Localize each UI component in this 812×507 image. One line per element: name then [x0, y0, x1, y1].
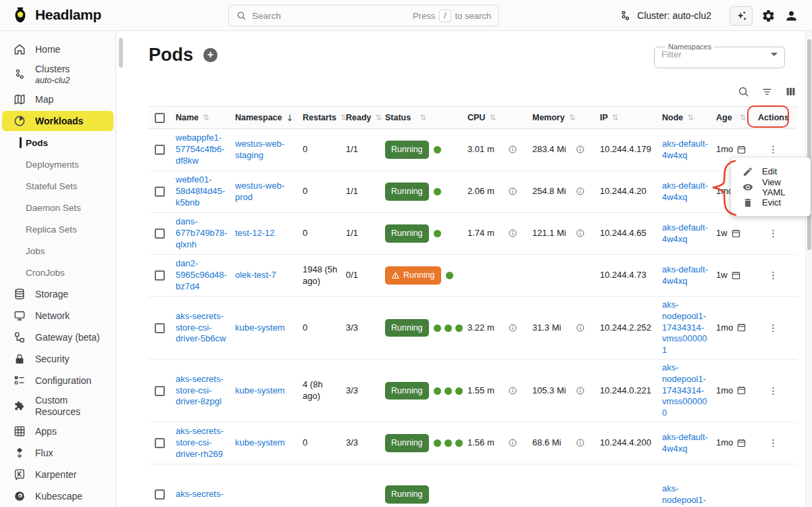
sidebar-item-custom-resources[interactable]: Custom Resources — [0, 392, 116, 419]
info-icon[interactable] — [576, 187, 585, 196]
namespace-link[interactable]: westus-web-prod — [235, 180, 296, 203]
sidebar-item-karpenter[interactable]: Karpenter — [0, 464, 116, 485]
namespaces-filter-select[interactable]: Namespaces Filter — [654, 43, 785, 68]
sidebar-item-cronjobs[interactable]: CronJobs — [0, 262, 116, 283]
column-header-age[interactable]: Age⇅ — [716, 113, 755, 122]
menu-item-view-yaml[interactable]: View YAML — [731, 179, 811, 195]
info-icon[interactable] — [576, 386, 585, 395]
column-header-ready[interactable]: Ready⇅ — [346, 113, 385, 122]
column-header-ip[interactable]: IP⇅ — [600, 113, 662, 122]
page-scrollbar-thumb[interactable] — [807, 39, 811, 250]
sidebar-item-deployments[interactable]: Deployments — [0, 154, 116, 174]
pod-name-link[interactable]: aks-secrets-store-csi-driver-8zpgl — [176, 374, 228, 408]
app-logo[interactable]: Headlamp — [11, 5, 101, 24]
sidebar-scrollbar-thumb[interactable] — [119, 38, 123, 68]
column-header-namespace[interactable]: Namespace↓ — [235, 113, 303, 123]
user-account-icon[interactable] — [784, 9, 798, 23]
sidebar-item-kubescape[interactable]: Kubescape — [0, 486, 116, 506]
namespace-link[interactable]: olek-test-7 — [235, 270, 296, 281]
column-header-memory[interactable]: Memory⇅ — [532, 113, 600, 122]
row-checkbox[interactable] — [155, 386, 165, 396]
column-header-cpu[interactable]: CPU⇅ — [467, 113, 532, 122]
sidebar-item-flux[interactable]: Flux — [0, 443, 116, 463]
cluster-chooser-button[interactable]: Cluster: auto-clu2 — [619, 9, 711, 22]
namespace-link[interactable]: kube-system — [235, 437, 296, 449]
row-checkbox[interactable] — [155, 145, 165, 155]
row-actions-menu-button[interactable] — [765, 268, 781, 284]
row-checkbox[interactable] — [155, 323, 165, 333]
pod-name-link[interactable]: dan2-5965c96d48-bz7d4 — [176, 258, 228, 293]
sidebar-item-security[interactable]: Security — [0, 349, 116, 369]
column-header-name[interactable]: Name⇅ — [176, 113, 235, 122]
sidebar-item-apps[interactable]: Apps — [0, 421, 116, 441]
row-actions-menu-button[interactable] — [765, 383, 781, 399]
table-search-icon[interactable] — [737, 85, 750, 98]
column-header-restarts[interactable]: Restarts⇅ — [303, 113, 346, 122]
sidebar-item-replica-sets[interactable]: Replica Sets — [0, 219, 116, 239]
sidebar-item-map[interactable]: Map — [0, 89, 116, 110]
namespace-link[interactable]: kube-system — [235, 385, 296, 397]
table-filter-icon[interactable] — [761, 85, 773, 98]
node-link[interactable]: aks-nodepool1-17434314-vmss000000 — [662, 362, 709, 419]
table-columns-icon[interactable] — [784, 85, 797, 98]
column-header-status[interactable]: Status⇅ — [385, 113, 467, 122]
table-row: webappfe1-57754c4fb6-df8kwwestus-web-sta… — [149, 129, 797, 171]
ai-assistant-button[interactable] — [730, 6, 753, 26]
pod-name-link[interactable]: dans-677b749b78-qlxnh — [176, 216, 228, 251]
calendar-icon — [731, 228, 741, 239]
sidebar-item-workloads[interactable]: Workloads — [2, 111, 113, 131]
settings-gear-icon[interactable] — [761, 9, 776, 23]
sidebar-item-pods[interactable]: Pods — [0, 132, 116, 153]
row-checkbox-cell — [149, 386, 176, 396]
pod-name-link[interactable]: aks-secrets-store-csi-driver-5b6cw — [176, 311, 228, 345]
sidebar-item-home[interactable]: Home — [0, 39, 116, 59]
row-checkbox[interactable] — [155, 187, 165, 197]
create-pod-button[interactable]: + — [203, 48, 218, 62]
row-checkbox[interactable] — [155, 270, 165, 281]
info-icon[interactable] — [508, 386, 517, 395]
node-link[interactable]: aks-default-4w4xq — [662, 180, 709, 203]
pod-name-link[interactable]: webappfe1-57754c4fb6-df8kw — [176, 132, 228, 167]
namespace-link[interactable]: test-12-12 — [235, 228, 296, 239]
node-link[interactable]: aks-nodepool1-17434314-vmss000001 — [662, 299, 709, 356]
sidebar-item-label: Pods — [26, 138, 48, 149]
page-scrollbar[interactable] — [805, 31, 812, 507]
row-checkbox[interactable] — [155, 228, 165, 239]
pod-name-link[interactable]: aks-secrets- — [176, 489, 228, 500]
sidebar-item-network[interactable]: Network — [0, 306, 116, 326]
sidebar-item-gateway[interactable]: Gateway (beta) — [0, 327, 116, 347]
info-icon[interactable] — [508, 187, 517, 196]
info-icon[interactable] — [576, 323, 585, 333]
info-icon[interactable] — [508, 438, 517, 448]
select-all-checkbox[interactable] — [155, 113, 165, 123]
column-header-node[interactable]: Node⇅ — [662, 113, 716, 122]
pod-name-link[interactable]: aks-secrets-store-csi-driver-rh269 — [176, 426, 228, 460]
sidebar-item-clusters[interactable]: Clustersauto-clu2 — [0, 61, 116, 88]
row-actions-menu-button[interactable] — [765, 320, 781, 336]
sidebar-item-configuration[interactable]: Configuration — [0, 370, 116, 391]
node-link[interactable]: aks-nodepool1- — [662, 483, 709, 506]
global-search-input[interactable]: Search Press / to search — [228, 5, 499, 26]
row-checkbox[interactable] — [155, 438, 165, 448]
node-link[interactable]: aks-default-4w4xq — [662, 264, 709, 287]
row-actions-menu-button[interactable] — [765, 142, 781, 158]
info-icon[interactable] — [576, 438, 585, 448]
info-icon[interactable] — [576, 145, 585, 154]
row-checkbox[interactable] — [155, 489, 165, 500]
node-link[interactable]: aks-default-4w4xq — [662, 139, 709, 162]
info-icon[interactable] — [508, 145, 517, 154]
node-link[interactable]: aks-default-4w4xq — [662, 432, 709, 455]
pod-name-link[interactable]: webfe01-58d48f4d45-k5bnb — [176, 174, 228, 209]
sidebar-item-daemon-sets[interactable]: Daemon Sets — [0, 197, 116, 218]
sidebar-item-stateful-sets[interactable]: Stateful Sets — [0, 176, 116, 196]
row-actions-menu-button[interactable] — [765, 435, 781, 452]
node-link[interactable]: aks-default-4w4xq — [662, 222, 709, 245]
info-icon[interactable] — [508, 228, 517, 238]
info-icon[interactable] — [508, 323, 517, 333]
info-icon[interactable] — [576, 228, 585, 238]
sidebar-item-storage[interactable]: Storage — [0, 284, 116, 304]
row-actions-menu-button[interactable] — [765, 226, 781, 242]
sidebar-item-jobs[interactable]: Jobs — [0, 241, 116, 261]
namespace-link[interactable]: westus-web-staging — [235, 139, 296, 162]
namespace-link[interactable]: kube-system — [235, 322, 296, 334]
